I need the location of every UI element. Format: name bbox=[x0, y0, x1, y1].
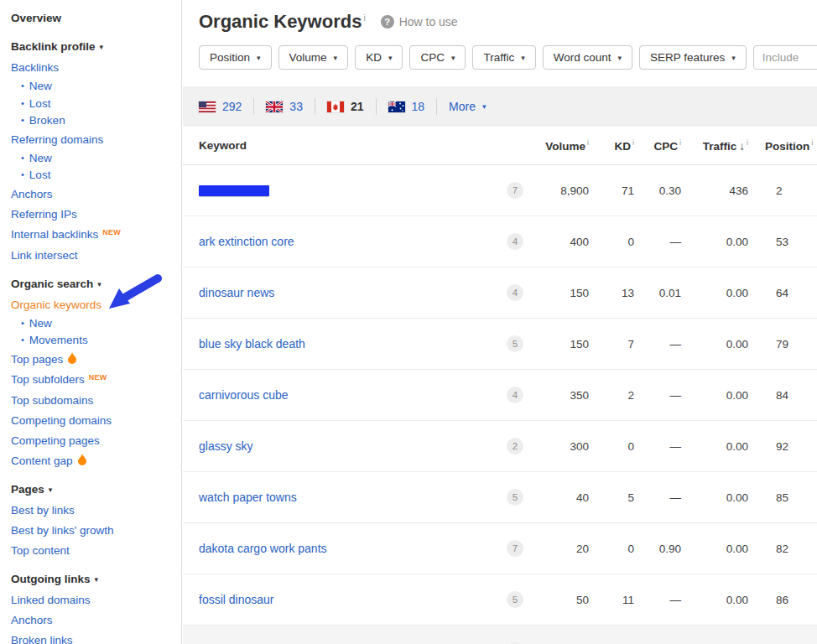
filter-button-position[interactable]: Position▾ bbox=[199, 45, 272, 70]
keyword-link[interactable]: ark extinction core bbox=[199, 235, 294, 248]
sidebar-item-link-intersect[interactable]: Link intersect bbox=[11, 246, 181, 266]
sidebar-item-movements[interactable]: •Movements bbox=[11, 332, 181, 350]
serp-features-badge[interactable]: 4 bbox=[507, 233, 523, 250]
column-header-volume[interactable]: Volumei bbox=[532, 138, 589, 153]
sidebar-item-referring-domains[interactable]: Referring domains bbox=[11, 130, 181, 150]
sidebar-item-backlink-profile[interactable]: Backlink profile▾ bbox=[11, 37, 181, 58]
sidebar-item-internal-backlinks[interactable]: Internal backlinksNEW bbox=[11, 225, 181, 246]
serp-features-badge[interactable]: 7 bbox=[507, 540, 523, 557]
column-header-kd[interactable]: KDi bbox=[589, 138, 634, 153]
table-row: dinosaur news4150130.010.0064 bbox=[183, 267, 817, 319]
sidebar-item-backlinks[interactable]: Backlinks bbox=[11, 58, 181, 78]
title-row: Organic Keywordsi ? How to use bbox=[183, 0, 817, 33]
serp-features-badge[interactable]: 4 bbox=[507, 387, 523, 403]
keyword-link[interactable]: blue sky black death bbox=[199, 337, 305, 351]
sidebar-item-organic-search[interactable]: Organic search▾ bbox=[11, 274, 181, 295]
serp-features-badge[interactable]: 7 bbox=[507, 182, 523, 199]
volume-cell: 50 bbox=[532, 594, 589, 606]
kd-cell: 2 bbox=[589, 389, 634, 402]
include-filter-input[interactable] bbox=[753, 45, 817, 70]
keyword-link[interactable]: dinosaur news bbox=[199, 286, 274, 299]
bullet-icon: • bbox=[21, 98, 24, 108]
cpc-cell: — bbox=[634, 491, 681, 504]
sidebar-item-best-by-links-growth[interactable]: Best by links' growth bbox=[11, 521, 181, 541]
sidebar-item-referring-ips[interactable]: Referring IPs bbox=[11, 205, 181, 225]
sidebar-item-top-subdomains[interactable]: Top subdomains bbox=[11, 391, 181, 411]
filter-button-word-count[interactable]: Word count▾ bbox=[543, 45, 632, 70]
chevron-down-icon: ▾ bbox=[521, 54, 525, 62]
volume-cell: 350 bbox=[532, 389, 589, 402]
keyword-link[interactable]: glassy sky bbox=[199, 439, 253, 453]
keyword-cell: carnivorous cube bbox=[183, 387, 498, 402]
kd-cell: 71 bbox=[589, 184, 634, 197]
keyword-link[interactable]: carnivorous cube bbox=[199, 388, 289, 402]
traffic-cell: 0.00 bbox=[681, 594, 748, 606]
keyword-link[interactable]: watch paper towns bbox=[199, 491, 297, 504]
sidebar-item-broken-links[interactable]: Broken links bbox=[11, 631, 181, 644]
flame-icon bbox=[77, 455, 87, 468]
filter-button-serp-features[interactable]: SERP features▾ bbox=[639, 45, 747, 70]
sidebar-item-top-subfolders[interactable]: Top subfoldersNEW bbox=[11, 370, 181, 391]
sidebar-item-overview[interactable]: Overview bbox=[11, 8, 181, 29]
sidebar-item-anchors[interactable]: Anchors bbox=[11, 184, 181, 205]
sidebar-item-outgoing-links[interactable]: Outgoing links▾ bbox=[11, 569, 181, 590]
cpc-cell: — bbox=[634, 338, 681, 351]
country-tab-canada[interactable]: 21 bbox=[327, 100, 364, 113]
keyword-cell: ark extinction core bbox=[183, 234, 498, 249]
sidebar-item-pages[interactable]: Pages▾ bbox=[11, 480, 181, 501]
country-tab-united-kingdom[interactable]: 33 bbox=[266, 100, 303, 113]
kd-cell: 0 bbox=[589, 440, 634, 453]
sidebar-item-new[interactable]: •New bbox=[11, 315, 181, 333]
sidebar-item-anchors[interactable]: Anchors bbox=[11, 610, 181, 631]
sidebar-item-organic-keywords[interactable]: Organic keywords bbox=[11, 295, 181, 315]
sidebar-item-top-content[interactable]: Top content bbox=[11, 541, 181, 561]
filter-button-traffic[interactable]: Traffic▾ bbox=[472, 45, 535, 70]
sidebar-item-label: Content gap bbox=[11, 454, 73, 467]
serp-cell: 7 bbox=[498, 540, 532, 557]
country-tab-united-states[interactable]: 292 bbox=[199, 100, 242, 113]
sidebar-item-new[interactable]: •New bbox=[11, 78, 181, 96]
keyword-link[interactable]: dakota cargo work pants bbox=[199, 542, 327, 555]
serp-features-badge[interactable]: 2 bbox=[507, 438, 523, 454]
column-header-position[interactable]: Positioni bbox=[748, 138, 817, 153]
serp-features-badge[interactable]: 5 bbox=[507, 591, 523, 608]
sidebar-item-broken[interactable]: •Broken bbox=[11, 112, 181, 130]
cpc-cell: — bbox=[634, 440, 681, 453]
filter-button-cpc[interactable]: CPC▾ bbox=[409, 45, 466, 70]
sidebar-item-label: New bbox=[29, 80, 52, 92]
table-row: blast sphere4300—0.0090 bbox=[183, 626, 817, 644]
title-info-icon[interactable]: i bbox=[363, 13, 365, 23]
serp-features-badge[interactable]: 4 bbox=[507, 284, 523, 301]
bullet-icon: • bbox=[21, 169, 24, 179]
sidebar-item-content-gap[interactable]: Content gap bbox=[11, 451, 181, 471]
serp-cell: 4 bbox=[498, 233, 532, 250]
how-to-use-label: How to use bbox=[399, 15, 458, 29]
more-countries-button[interactable]: More▾ bbox=[449, 100, 486, 113]
table-header-row: Keyword Volumei KDi CPCi Traffic↓i Posit… bbox=[183, 127, 817, 165]
column-header-keyword[interactable]: Keyword bbox=[183, 139, 498, 152]
sidebar-item-new[interactable]: •New bbox=[11, 150, 181, 168]
sidebar-item-lost[interactable]: •Lost bbox=[11, 96, 181, 113]
country-tab-australia[interactable]: 18 bbox=[388, 100, 425, 113]
serp-features-badge[interactable]: 5 bbox=[507, 335, 523, 352]
sidebar-item-competing-domains[interactable]: Competing domains bbox=[11, 411, 181, 431]
sidebar-item-label: New bbox=[29, 152, 52, 164]
sidebar-item-lost[interactable]: •Lost bbox=[11, 167, 181, 184]
sidebar-item-label: Organic search bbox=[11, 278, 93, 290]
sidebar-item-competing-pages[interactable]: Competing pages bbox=[11, 431, 181, 451]
serp-features-badge[interactable]: 5 bbox=[507, 489, 523, 506]
column-header-traffic[interactable]: Traffic↓i bbox=[681, 138, 748, 153]
traffic-cell: 0.00 bbox=[681, 543, 748, 555]
sidebar-item-linked-domains[interactable]: Linked domains bbox=[11, 590, 181, 610]
filter-button-label: Volume bbox=[289, 51, 327, 64]
filter-button-volume[interactable]: Volume▾ bbox=[278, 45, 349, 70]
chevron-down-icon: ▾ bbox=[482, 102, 487, 111]
column-header-cpc[interactable]: CPCi bbox=[634, 138, 681, 153]
sidebar-item-top-pages[interactable]: Top pages bbox=[11, 350, 181, 370]
filter-button-kd[interactable]: KD▾ bbox=[355, 45, 403, 70]
sidebar-item-best-by-links[interactable]: Best by links bbox=[11, 501, 181, 521]
how-to-use-link[interactable]: ? How to use bbox=[381, 15, 458, 29]
volume-cell: 8,900 bbox=[532, 184, 589, 197]
serp-cell: 5 bbox=[498, 335, 532, 352]
keyword-link[interactable]: fossil dinosaur bbox=[199, 593, 274, 606]
